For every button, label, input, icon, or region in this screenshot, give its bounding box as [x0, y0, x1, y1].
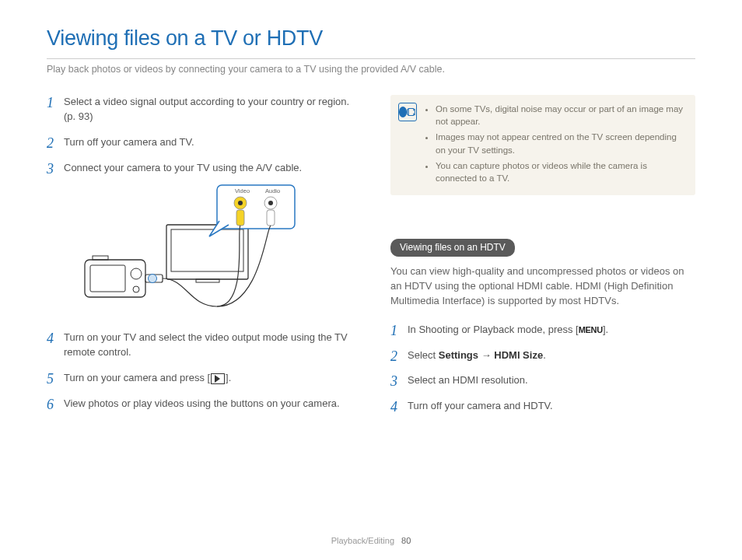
svg-rect-9: [267, 210, 275, 226]
content-columns: Select a video signal output according t…: [47, 95, 695, 425]
hdtv-heading: Viewing files on an HDTV: [390, 239, 515, 257]
hdtv-intro: You can view high-quality and uncompress…: [390, 264, 695, 309]
hdtv-step-4: Turn off your camera and HDTV.: [390, 399, 695, 414]
tv-step-5-pre: Turn on your camera and press [: [64, 372, 210, 383]
tv-step-3-text: Connect your camera to your TV using the…: [64, 162, 302, 173]
hdtv-s2-suf: .: [543, 349, 546, 361]
svg-rect-6: [236, 210, 244, 226]
svg-rect-1: [171, 229, 243, 271]
tip-3: You can capture photos or videos while t…: [436, 159, 684, 184]
note-icon: [398, 103, 417, 121]
hdtv-step-2: Select Settings → HDMI Size.: [390, 348, 695, 363]
tip-1: On some TVs, digital noise may occur or …: [436, 103, 684, 128]
menu-icon: MENU: [579, 324, 603, 334]
tips-box: On some TVs, digital noise may occur or …: [390, 95, 695, 195]
title-rule: [47, 58, 695, 59]
tips-list: On some TVs, digital noise may occur or …: [425, 103, 684, 184]
hdtv-s2-settings: Settings: [439, 349, 478, 361]
hdtv-s2-hdmisize: HDMI Size: [494, 349, 543, 361]
page-footer: Playback/Editing 80: [0, 535, 742, 548]
connection-diagram: Video Audio: [81, 182, 352, 319]
playback-icon: [211, 373, 225, 384]
manual-page: Viewing files on a TV or HDTV Play back …: [0, 0, 742, 560]
camera-icon: [85, 256, 145, 297]
hdtv-step-1: In Shooting or Playback mode, press [MEN…: [390, 323, 695, 338]
tv-steps-list: Select a video signal output according t…: [47, 95, 352, 411]
footer-section: Playback/Editing: [331, 536, 394, 545]
left-column: Select a video signal output according t…: [47, 95, 352, 425]
svg-rect-14: [93, 256, 108, 260]
page-subtitle: Play back photos or videos by connecting…: [47, 62, 695, 76]
tv-step-5-suf: ].: [226, 372, 231, 383]
tv-step-3: Connect your camera to your TV using the…: [47, 161, 352, 319]
tip-2: Images may not appear centred on the TV …: [436, 131, 684, 156]
footer-page-number: 80: [401, 536, 411, 545]
svg-point-5: [238, 201, 243, 205]
hdtv-s2-pre: Select: [408, 349, 439, 361]
label-audio: Audio: [265, 187, 280, 194]
tv-step-1: Select a video signal output according t…: [47, 95, 352, 124]
tv-icon: [166, 225, 248, 282]
svg-point-8: [268, 201, 273, 205]
av-cable-icon: [145, 226, 271, 306]
hdtv-s2-arrow: →: [478, 349, 494, 361]
hdtv-s1-pre: In Shooting or Playback mode, press [: [408, 324, 579, 335]
tv-step-4: Turn on your TV and select the video out…: [47, 331, 352, 360]
hdtv-steps-list: In Shooting or Playback mode, press [MEN…: [390, 323, 695, 414]
connector-callout: Video Audio: [209, 185, 295, 236]
tv-step-5: Turn on your camera and press [].: [47, 371, 352, 386]
svg-rect-3: [217, 185, 295, 229]
tv-step-6: View photos or play videos using the but…: [47, 397, 352, 411]
right-column: On some TVs, digital noise may occur or …: [390, 95, 695, 425]
svg-point-16: [149, 274, 157, 282]
label-video: Video: [235, 187, 250, 194]
hdtv-step-3: Select an HDMI resolution.: [390, 373, 695, 388]
hdtv-s1-suf: ].: [603, 324, 608, 335]
tv-step-2: Turn off your camera and TV.: [47, 135, 352, 150]
page-title: Viewing files on a TV or HDTV: [47, 23, 695, 54]
